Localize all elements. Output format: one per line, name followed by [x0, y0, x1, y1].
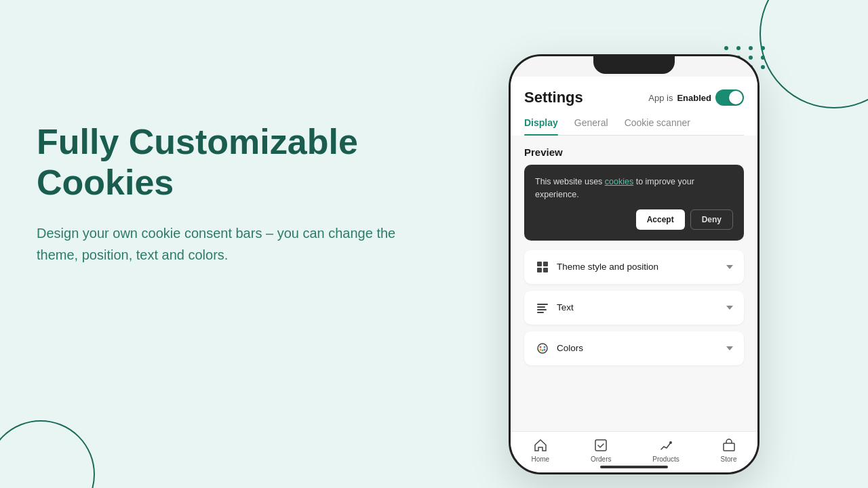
accordion-theme-left: Theme style and position	[535, 260, 658, 274]
svg-rect-3	[543, 268, 548, 272]
svg-point-10	[544, 346, 546, 348]
nav-orders-label: Orders	[591, 455, 612, 463]
chevron-down-icon	[726, 265, 733, 269]
preview-label: Preview	[524, 146, 744, 158]
svg-rect-7	[537, 312, 544, 313]
svg-rect-0	[537, 262, 542, 266]
tab-display[interactable]: Display	[524, 117, 558, 135]
tabs: Display General Cookie scanner	[524, 117, 744, 136]
nav-products[interactable]: Products	[652, 437, 679, 463]
phone-outer: Settings App is Enabled Display General …	[509, 54, 760, 474]
nav-home-label: Home	[531, 455, 549, 463]
main-heading: Fully Customizable Cookies	[37, 122, 416, 203]
main-content: Preview This website uses cookies to imp…	[511, 136, 757, 464]
cookie-preview-banner: This website uses cookies to improve you…	[524, 165, 744, 241]
accordion-theme-label: Theme style and position	[557, 262, 658, 272]
svg-point-11	[542, 349, 544, 351]
cookies-link[interactable]: cookies	[605, 177, 633, 186]
home-indicator	[600, 466, 668, 468]
layout-icon	[535, 260, 550, 274]
accordion-theme[interactable]: Theme style and position	[524, 250, 744, 284]
accordion-text-label: Text	[557, 302, 574, 312]
svg-rect-5	[537, 306, 545, 308]
cookie-consent-text: This website uses cookies to improve you…	[535, 176, 733, 201]
deny-button[interactable]: Deny	[690, 209, 733, 230]
svg-rect-6	[537, 309, 547, 310]
nav-store[interactable]: Store	[721, 437, 737, 463]
sub-text: Design your own cookie consent bars – yo…	[37, 222, 416, 266]
phone-content: Settings App is Enabled Display General …	[511, 77, 757, 472]
products-icon	[658, 437, 674, 453]
phone-screen: Settings App is Enabled Display General …	[511, 56, 757, 472]
nav-home[interactable]: Home	[531, 437, 549, 463]
nav-orders[interactable]: Orders	[591, 437, 612, 463]
svg-rect-2	[537, 268, 542, 272]
nav-store-label: Store	[721, 455, 737, 463]
bg-circle-top-right	[760, 0, 868, 108]
app-status: App is Enabled	[648, 89, 744, 106]
tab-cookie-scanner[interactable]: Cookie scanner	[625, 117, 690, 135]
accordion-text[interactable]: Text	[524, 291, 744, 325]
cookie-buttons: Accept Deny	[535, 209, 733, 230]
home-icon	[532, 437, 549, 453]
svg-rect-1	[543, 262, 548, 266]
app-toggle[interactable]	[715, 89, 744, 106]
orders-icon	[593, 437, 609, 453]
svg-point-13	[544, 348, 546, 350]
settings-title: Settings	[524, 89, 583, 106]
settings-title-row: Settings App is Enabled	[524, 89, 744, 106]
svg-point-9	[540, 346, 542, 348]
chevron-down-icon	[726, 346, 733, 350]
store-icon	[721, 437, 737, 453]
svg-point-15	[669, 441, 672, 444]
nav-products-label: Products	[652, 455, 679, 463]
accept-button[interactable]: Accept	[636, 209, 685, 230]
svg-point-12	[540, 348, 542, 350]
svg-rect-4	[537, 304, 548, 305]
left-content: Fully Customizable Cookies Design your o…	[37, 122, 416, 266]
phone-mockup: Settings App is Enabled Display General …	[509, 54, 760, 474]
svg-rect-16	[724, 443, 734, 451]
text-icon	[535, 300, 550, 315]
bg-circle-bottom-left	[0, 420, 95, 488]
phone-notch	[593, 56, 675, 74]
chevron-down-icon	[726, 306, 733, 310]
app-is-label: App is	[648, 93, 673, 103]
svg-rect-14	[595, 440, 606, 451]
palette-icon	[535, 341, 550, 356]
accordion-text-left: Text	[535, 300, 574, 315]
enabled-label: Enabled	[677, 93, 711, 103]
accordion-colors-left: Colors	[535, 341, 583, 356]
settings-header: Settings App is Enabled Display General …	[511, 77, 757, 136]
svg-point-8	[538, 344, 547, 353]
tab-general[interactable]: General	[574, 117, 608, 135]
accordion-colors[interactable]: Colors	[524, 331, 744, 365]
accordion-colors-label: Colors	[557, 343, 583, 353]
